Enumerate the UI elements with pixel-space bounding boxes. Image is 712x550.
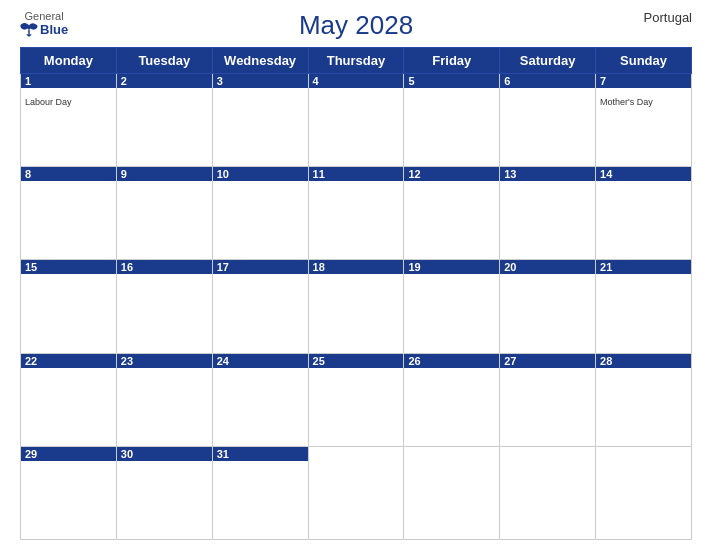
day-number: 28: [596, 354, 691, 368]
day-number: 22: [21, 354, 116, 368]
calendar-body: 1Labour Day234567Mother's Day89101112131…: [21, 74, 692, 540]
calendar-day-cell: 14: [596, 167, 692, 260]
holiday-label: Labour Day: [25, 97, 72, 107]
calendar-day-cell: [404, 446, 500, 539]
logo: General Blue: [20, 10, 68, 38]
calendar-header: General Blue May 2028 Portugal: [20, 10, 692, 41]
holiday-label: Mother's Day: [600, 97, 653, 107]
day-number: 2: [117, 74, 212, 88]
day-number: 27: [500, 354, 595, 368]
day-number: 4: [309, 74, 404, 88]
day-number: 9: [117, 167, 212, 181]
day-number: 15: [21, 260, 116, 274]
day-number: 8: [21, 167, 116, 181]
day-of-week-header: Saturday: [500, 48, 596, 74]
day-of-week-header: Wednesday: [212, 48, 308, 74]
day-number: 6: [500, 74, 595, 88]
calendar-day-cell: 28: [596, 353, 692, 446]
calendar-day-cell: 31: [212, 446, 308, 539]
calendar-table: MondayTuesdayWednesdayThursdayFridaySatu…: [20, 47, 692, 540]
calendar-header-row: MondayTuesdayWednesdayThursdayFridaySatu…: [21, 48, 692, 74]
day-number: 14: [596, 167, 691, 181]
day-number: 19: [404, 260, 499, 274]
day-of-week-header: Sunday: [596, 48, 692, 74]
calendar-day-cell: 3: [212, 74, 308, 167]
day-number: 26: [404, 354, 499, 368]
day-of-week-header: Tuesday: [116, 48, 212, 74]
calendar-day-cell: 4: [308, 74, 404, 167]
day-number: 11: [309, 167, 404, 181]
calendar-day-cell: 17: [212, 260, 308, 353]
day-number: 3: [213, 74, 308, 88]
calendar-day-cell: 7Mother's Day: [596, 74, 692, 167]
calendar-day-cell: 15: [21, 260, 117, 353]
calendar-day-cell: 26: [404, 353, 500, 446]
calendar-week-row: 15161718192021: [21, 260, 692, 353]
calendar-day-cell: 13: [500, 167, 596, 260]
page-title: May 2028: [299, 10, 413, 41]
day-number: 23: [117, 354, 212, 368]
calendar-day-cell: 9: [116, 167, 212, 260]
country-label: Portugal: [644, 10, 692, 25]
calendar-day-cell: 22: [21, 353, 117, 446]
calendar-day-cell: 29: [21, 446, 117, 539]
calendar-day-cell: [500, 446, 596, 539]
day-number: 5: [404, 74, 499, 88]
day-of-week-header: Friday: [404, 48, 500, 74]
day-of-week-header: Thursday: [308, 48, 404, 74]
calendar-day-cell: 8: [21, 167, 117, 260]
calendar-day-cell: 2: [116, 74, 212, 167]
calendar-day-cell: 23: [116, 353, 212, 446]
day-number: 20: [500, 260, 595, 274]
calendar-day-cell: 27: [500, 353, 596, 446]
calendar-day-cell: 21: [596, 260, 692, 353]
day-number: 18: [309, 260, 404, 274]
calendar-week-row: 22232425262728: [21, 353, 692, 446]
day-number: 7: [596, 74, 691, 88]
calendar-week-row: 1Labour Day234567Mother's Day: [21, 74, 692, 167]
calendar-day-cell: 1Labour Day: [21, 74, 117, 167]
logo-bird-icon: [20, 22, 38, 38]
day-number: 30: [117, 447, 212, 461]
calendar-day-cell: 11: [308, 167, 404, 260]
day-number: 17: [213, 260, 308, 274]
day-number: 1: [21, 74, 116, 88]
day-number: 10: [213, 167, 308, 181]
day-number: 12: [404, 167, 499, 181]
calendar-day-cell: 18: [308, 260, 404, 353]
day-number: 21: [596, 260, 691, 274]
calendar-day-cell: 5: [404, 74, 500, 167]
calendar-week-row: 891011121314: [21, 167, 692, 260]
logo-general-text: General: [25, 10, 64, 22]
calendar-day-cell: [308, 446, 404, 539]
calendar-day-cell: [596, 446, 692, 539]
day-number: 29: [21, 447, 116, 461]
calendar-day-cell: 6: [500, 74, 596, 167]
calendar-week-row: 293031: [21, 446, 692, 539]
day-number: 24: [213, 354, 308, 368]
calendar-day-cell: 19: [404, 260, 500, 353]
day-number: 13: [500, 167, 595, 181]
calendar-day-cell: 20: [500, 260, 596, 353]
calendar-day-cell: 24: [212, 353, 308, 446]
calendar-day-cell: 10: [212, 167, 308, 260]
logo-blue-text: Blue: [20, 22, 68, 38]
calendar-day-cell: 25: [308, 353, 404, 446]
day-of-week-header: Monday: [21, 48, 117, 74]
calendar-day-cell: 12: [404, 167, 500, 260]
day-number: 16: [117, 260, 212, 274]
day-number: 25: [309, 354, 404, 368]
calendar-day-cell: 30: [116, 446, 212, 539]
day-number: 31: [213, 447, 308, 461]
calendar-day-cell: 16: [116, 260, 212, 353]
